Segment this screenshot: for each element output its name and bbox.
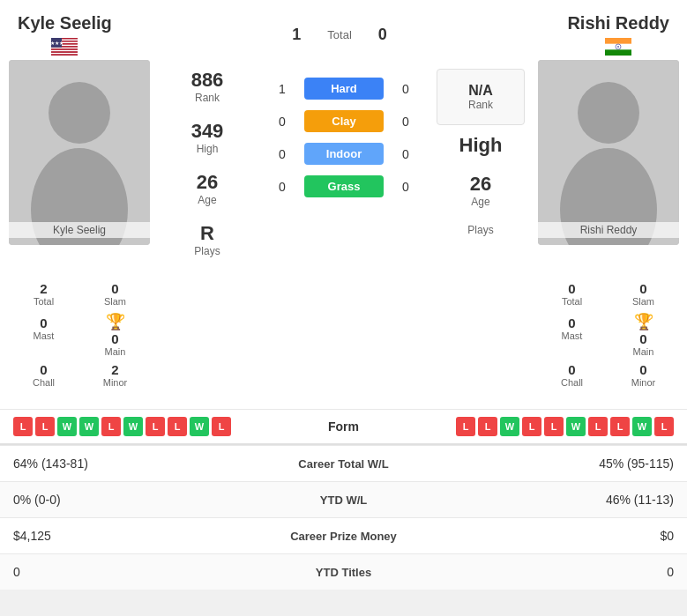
bottom-stats-section: 64% (143-81)Career Total W/L45% (95-115)… bbox=[0, 443, 687, 590]
spacer bbox=[150, 278, 537, 391]
stat-right-3: 0 bbox=[432, 565, 675, 579]
indoor-right-score: 0 bbox=[392, 147, 419, 161]
left-high-label: High bbox=[191, 143, 224, 155]
right-total-cell: 0 Total bbox=[537, 278, 607, 310]
left-high-block: 349 High bbox=[191, 120, 224, 155]
left-rank-label: Rank bbox=[191, 92, 224, 104]
right-form-badge-5: W bbox=[566, 417, 586, 436]
left-form-badge-6: L bbox=[146, 417, 165, 436]
left-high-value: 349 bbox=[191, 120, 224, 143]
right-form-badge-9: L bbox=[654, 417, 674, 436]
right-form-badge-2: W bbox=[500, 417, 519, 436]
right-flag bbox=[567, 38, 669, 56]
top-section: Kyle Seelig bbox=[0, 0, 687, 404]
stat-label-0: Career Total W/L bbox=[256, 457, 432, 471]
grass-right-score: 0 bbox=[392, 180, 419, 194]
left-age-label: Age bbox=[197, 194, 218, 206]
hard-right-score: 0 bbox=[392, 82, 419, 96]
clay-right-score: 0 bbox=[392, 115, 419, 129]
svg-rect-12 bbox=[51, 54, 78, 56]
svg-rect-11 bbox=[51, 53, 78, 55]
surface-row-clay: 0 Clay 0 bbox=[269, 110, 419, 132]
right-player-stats: 0 Total 0 Slam 0 Mast 🏆 0 Main 0 bbox=[537, 278, 678, 391]
left-form-badge-5: W bbox=[123, 417, 143, 436]
svg-rect-9 bbox=[51, 50, 78, 52]
right-age-value: 26 bbox=[470, 173, 491, 196]
left-flag: ★★★ bbox=[18, 38, 112, 56]
stat-left-0: 64% (143-81) bbox=[13, 456, 256, 471]
right-photo-name: Rishi Reddy bbox=[538, 222, 679, 238]
indoor-badge: Indoor bbox=[304, 143, 384, 165]
right-form-badge-0: L bbox=[456, 417, 475, 436]
stat-right-1: 46% (11-13) bbox=[432, 493, 675, 507]
right-trophy-cell: 🏆 0 Main bbox=[609, 312, 678, 357]
left-form-badge-4: L bbox=[101, 417, 121, 436]
left-form-badge-1: L bbox=[35, 417, 55, 436]
left-trophy-icon: 🏆 bbox=[106, 312, 125, 331]
left-player-name: Kyle Seelig bbox=[18, 13, 112, 33]
left-photo-name: Kyle Seelig bbox=[9, 222, 150, 238]
grass-left-score: 0 bbox=[269, 180, 295, 194]
clay-badge: Clay bbox=[304, 110, 384, 132]
stat-right-0: 45% (95-115) bbox=[432, 456, 675, 471]
clay-left-score: 0 bbox=[269, 115, 295, 129]
right-plays-label: Plays bbox=[467, 224, 493, 236]
below-photos-stats: 2 Total 0 Slam 0 Mast 🏆 0 Main 0 bbox=[0, 273, 687, 396]
right-high-block: High bbox=[459, 134, 503, 157]
right-player-header: Rishi Reddy bbox=[567, 13, 669, 56]
form-label: Form bbox=[256, 419, 432, 434]
stat-label-2: Career Prize Money bbox=[256, 530, 432, 543]
surfaces-section: 1 Hard 0 0 Clay 0 0 Indoor 0 0 Grass bbox=[265, 60, 423, 273]
svg-point-24 bbox=[578, 82, 639, 144]
left-plays-value: R bbox=[194, 222, 220, 245]
left-plays-label: Plays bbox=[194, 245, 220, 257]
right-rank-value: N/A bbox=[455, 83, 506, 99]
right-slam-cell: 0 Slam bbox=[609, 278, 678, 310]
stats-row-1: 0% (0-0)YTD W/L46% (11-13) bbox=[0, 481, 687, 517]
left-mast-cell: 0 Mast bbox=[9, 312, 78, 357]
stats-row-0: 64% (143-81)Career Total W/L45% (95-115) bbox=[0, 445, 687, 481]
hard-left-score: 1 bbox=[269, 82, 295, 96]
right-form-badge-3: L bbox=[522, 417, 541, 436]
right-player-name: Rishi Reddy bbox=[567, 13, 669, 33]
indoor-left-score: 0 bbox=[269, 147, 295, 161]
right-total-score: 0 bbox=[378, 26, 387, 44]
right-age-block: 26 Age bbox=[470, 173, 491, 208]
form-badges-left: LLWWLWLLWL bbox=[13, 417, 256, 436]
stat-left-3: 0 bbox=[13, 565, 256, 579]
left-age-block: 26 Age bbox=[197, 171, 218, 206]
left-rank-block: 886 Rank bbox=[191, 69, 224, 104]
left-plays-block: R Plays bbox=[194, 222, 220, 257]
left-player-photo: Kyle Seelig bbox=[9, 60, 150, 245]
left-total-cell: 2 Total bbox=[9, 278, 78, 310]
svg-point-21 bbox=[49, 82, 110, 144]
right-minor-cell: 0 Minor bbox=[609, 359, 678, 391]
left-player-header: Kyle Seelig bbox=[18, 13, 112, 56]
stat-left-1: 0% (0-0) bbox=[13, 493, 256, 507]
right-form-badge-6: L bbox=[588, 417, 608, 436]
svg-rect-10 bbox=[51, 51, 78, 53]
right-middle-stats: N/A Rank High 26 Age Plays bbox=[428, 60, 534, 273]
hard-badge: Hard bbox=[304, 78, 384, 100]
surface-row-hard: 1 Hard 0 bbox=[269, 78, 419, 100]
left-middle-stats: 886 Rank 349 High 26 Age R Plays bbox=[154, 60, 260, 273]
right-plays-block: Plays bbox=[467, 224, 493, 236]
right-age-label: Age bbox=[470, 196, 491, 208]
stats-row-3: 0YTD Titles0 bbox=[0, 553, 687, 590]
right-form-badge-8: W bbox=[632, 417, 652, 436]
form-section: LLWWLWLLWL Form LLWLLWLLWL bbox=[0, 409, 687, 443]
svg-point-19 bbox=[617, 46, 619, 48]
left-chall-cell: 0 Chall bbox=[9, 359, 78, 391]
right-chall-cell: 0 Chall bbox=[537, 359, 607, 391]
right-rank-label: Rank bbox=[455, 99, 506, 111]
totals-center: 1 Total 0 bbox=[292, 26, 387, 44]
right-player-photo: Rishi Reddy bbox=[538, 60, 679, 245]
left-player-stats: 2 Total 0 Slam 0 Mast 🏆 0 Main 0 bbox=[9, 278, 150, 391]
stat-label-1: YTD W/L bbox=[256, 494, 432, 507]
main-container: Kyle Seelig bbox=[0, 0, 687, 590]
right-rank-box: N/A Rank bbox=[437, 69, 525, 125]
right-high-value: High bbox=[459, 134, 503, 157]
stat-right-2: $0 bbox=[432, 529, 675, 543]
right-mast-cell: 0 Mast bbox=[537, 312, 607, 357]
left-minor-cell: 2 Minor bbox=[80, 359, 150, 391]
